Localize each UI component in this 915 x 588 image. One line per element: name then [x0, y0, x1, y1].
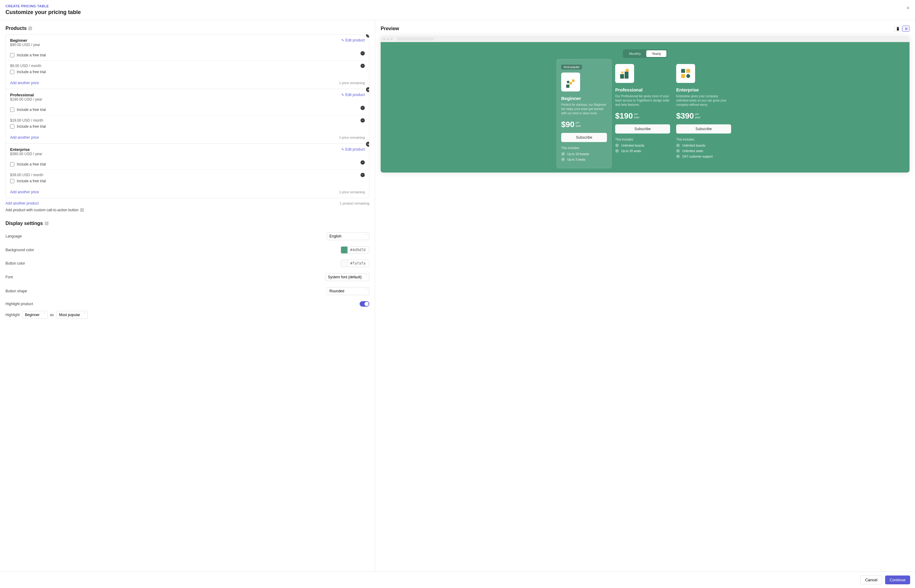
close-icon[interactable]: ×	[906, 5, 910, 11]
free-trial-checkbox[interactable]: Include a free trial	[10, 179, 365, 183]
product-card: ✕Professional$190.00 USD / yearEdit prod…	[6, 89, 369, 144]
edit-product-link[interactable]: Edit product	[341, 38, 365, 42]
remove-price-icon[interactable]: −	[361, 160, 365, 165]
includes-label: This includes:	[615, 138, 670, 141]
subscribe-button[interactable]: Subscribe	[615, 124, 670, 134]
highlight-toggle[interactable]	[360, 301, 369, 307]
device-mobile-button[interactable]: 📱	[894, 26, 902, 32]
subscribe-button[interactable]: Subscribe	[561, 133, 607, 142]
plan-feature: Unlimited seats	[676, 149, 731, 153]
info-icon[interactable]: i	[80, 208, 84, 212]
plan-description: Enterprise gives your company unlimited …	[676, 94, 731, 107]
add-another-product-link[interactable]: Add another product	[5, 201, 39, 205]
add-another-price-link[interactable]: Add another price	[10, 81, 39, 85]
font-select[interactable]: System font (default)	[325, 273, 369, 281]
remove-price-icon[interactable]: −	[361, 118, 365, 123]
product-price: $90.00 USD / year	[10, 43, 365, 47]
btn-color-text[interactable]	[348, 260, 369, 267]
highlight-badge-select[interactable]: Most popular	[56, 311, 88, 319]
plan-price: $190peryear	[615, 111, 670, 121]
edit-product-link[interactable]: Edit product	[341, 93, 365, 97]
free-trial-checkbox[interactable]: Include a free trial	[10, 108, 365, 112]
info-icon[interactable]: i	[28, 26, 32, 30]
plan-price: $390peryear	[676, 111, 731, 121]
device-desktop-button[interactable]: 🖥	[902, 26, 910, 32]
free-trial-checkbox[interactable]: Include a free trial	[10, 70, 365, 74]
page-header: CREATE PRICING TABLE Customize your pric…	[0, 0, 915, 20]
product-price: $19.00 USD / month	[10, 118, 365, 123]
display-settings-heading-text: Display settings	[5, 221, 43, 226]
free-trial-checkbox[interactable]: Include a free trial	[10, 162, 365, 166]
add-another-price-link[interactable]: Add another price	[10, 190, 39, 194]
cancel-button[interactable]: Cancel	[860, 575, 882, 584]
plan-name: Professional	[615, 87, 670, 92]
info-icon[interactable]: i	[45, 221, 49, 225]
svg-point-11	[686, 74, 690, 78]
svg-point-6	[625, 69, 629, 72]
edit-product-link[interactable]: Edit product	[341, 147, 365, 152]
free-trial-checkbox[interactable]: Include a free trial	[10, 53, 365, 57]
products-heading-text: Products	[5, 26, 26, 31]
highlight-as: as	[50, 313, 54, 317]
product-card: ✕Beginner$90.00 USD / yearEdit product−I…	[6, 34, 369, 89]
shape-select[interactable]: Rounded	[327, 287, 369, 295]
price-remaining-text: 1 price remaining	[339, 136, 365, 139]
remove-price-icon[interactable]: −	[361, 64, 365, 68]
bg-color-label: Background color	[5, 248, 34, 252]
btn-color-label: Button color	[5, 261, 25, 265]
period-yearly[interactable]: Yearly	[646, 50, 666, 57]
plans-row: Most popularBeginnerPerfect for startups…	[389, 64, 901, 163]
continue-button[interactable]: Continue	[885, 575, 910, 584]
plan-feature: Up to 3 seats	[561, 158, 607, 161]
free-trial-label: Include a free trial	[17, 53, 46, 57]
plan-description: Our Professional tier gives more of your…	[615, 94, 670, 107]
bg-color-text[interactable]	[348, 247, 369, 253]
free-trial-label: Include a free trial	[17, 162, 46, 166]
period-monthly[interactable]: Monthly	[624, 50, 646, 57]
plan-card: EnterpriseEnterprise gives your company …	[676, 64, 731, 163]
free-trial-label: Include a free trial	[17, 70, 46, 74]
language-select[interactable]: English	[327, 232, 369, 240]
product-price: $39.00 USD / month	[10, 173, 365, 177]
price-remaining-text: 1 price remaining	[339, 81, 365, 85]
product-name: Professional	[10, 93, 365, 97]
plan-icon	[615, 64, 634, 83]
bg-swatch[interactable]	[341, 247, 348, 253]
free-trial-checkbox[interactable]: Include a free trial	[10, 124, 365, 129]
svg-point-3	[567, 81, 569, 83]
includes-label: This includes:	[561, 146, 607, 150]
svg-rect-8	[681, 69, 685, 73]
remove-price-icon[interactable]: −	[361, 51, 365, 55]
btn-swatch[interactable]	[341, 260, 348, 267]
svg-rect-2	[572, 79, 574, 82]
plan-feature: Unlimited boards	[615, 144, 670, 147]
highlight-product-select[interactable]: Beginner	[22, 311, 48, 319]
font-label: Font	[5, 275, 13, 279]
free-trial-label: Include a free trial	[17, 108, 46, 112]
plan-feature: Unlimited boards	[676, 144, 731, 147]
plan-feature: Up to 10 boards	[561, 152, 607, 156]
preview-browser: Monthly Yearly Most popularBeginnerPerfe…	[381, 36, 910, 173]
add-another-price-link[interactable]: Add another price	[10, 135, 39, 140]
remove-price-icon[interactable]: −	[361, 173, 365, 177]
plan-card: ProfessionalOur Professional tier gives …	[615, 64, 670, 163]
products-heading: Products i	[5, 26, 369, 31]
subscribe-button[interactable]: Subscribe	[676, 124, 731, 134]
plan-price: $90peryear	[561, 120, 607, 129]
shape-label: Button shape	[5, 289, 27, 293]
includes-label: This includes:	[676, 138, 731, 141]
page-title: Customize your pricing table	[5, 9, 910, 16]
plan-icon	[676, 64, 695, 83]
preview-panel: Preview 📱 🖥 Monthly Yearly	[375, 20, 915, 572]
plan-name: Enterprise	[676, 87, 731, 92]
browser-chrome	[381, 36, 910, 42]
button-color-input[interactable]	[341, 260, 369, 267]
product-name: Enterprise	[10, 147, 365, 152]
preview-heading: Preview	[381, 26, 399, 31]
svg-rect-1	[569, 82, 572, 84]
remove-price-icon[interactable]: −	[361, 106, 365, 110]
bg-color-input[interactable]	[341, 246, 369, 254]
svg-rect-10	[681, 74, 685, 78]
product-price: $9.00 USD / month	[10, 64, 365, 68]
free-trial-label: Include a free trial	[17, 179, 46, 183]
